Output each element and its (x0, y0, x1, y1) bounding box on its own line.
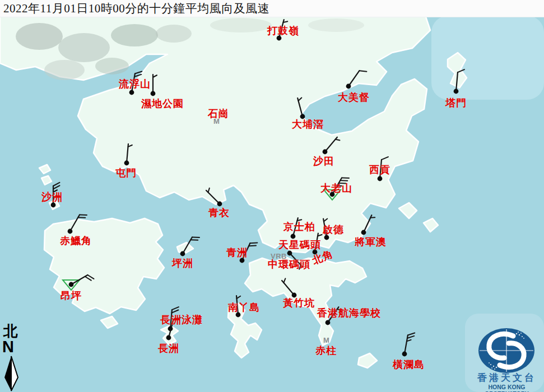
station-north-point (313, 234, 322, 255)
station-chek-lap-kok (68, 215, 87, 234)
station-waglan-island (402, 333, 415, 356)
station-ngong-ping (63, 275, 94, 290)
station-dot (217, 202, 222, 207)
station-dot (291, 234, 296, 239)
station-dot (51, 203, 56, 208)
station-dot (287, 251, 292, 256)
station-dot (69, 282, 74, 287)
station-dot (330, 192, 335, 197)
titlebar: 2022年11月01日10時00分的十分鐘平均風向及風速 (0, 0, 544, 17)
north-compass: 北 N (1, 324, 24, 392)
station-sai-kung (378, 157, 388, 181)
station-sha-tin (323, 137, 340, 154)
wind-map-app: 打鼓嶺流浮山濕地公園石崗M大埔滘沙田大美督塔門屯門沙洲西貢大老山青衣赤鱲角坪洲青… (0, 0, 544, 392)
station-wong-chuk-hang (282, 278, 296, 297)
station-dot (323, 150, 328, 155)
station-dot (292, 293, 297, 298)
station-dot (124, 161, 129, 166)
station-sha-chau (51, 183, 60, 208)
station-dot (68, 229, 73, 234)
station-wetland-park (151, 74, 157, 96)
station-ta-kwu-ling (277, 20, 288, 40)
station-kings-park (291, 218, 302, 239)
station-dot (313, 250, 318, 255)
hko-logo-text-zh: 香港天文台 (469, 373, 544, 383)
station-dot (300, 114, 305, 119)
north-label-zh: 北 (3, 324, 18, 339)
station-dot (361, 230, 366, 235)
station-dot (236, 312, 241, 318)
station-dot (346, 84, 351, 89)
station-lamma-island (236, 296, 241, 317)
station-tates-cairn (324, 178, 349, 200)
station-dot (378, 176, 383, 181)
station-dot (454, 89, 459, 94)
stations-layer (0, 0, 544, 392)
station-peng-chau (180, 237, 199, 256)
station-dot (129, 90, 134, 95)
station-dot (324, 235, 329, 240)
station-kai-tak (323, 219, 329, 240)
map-title: 2022年11月01日10時00分的十分鐘平均風向及風速 (3, 1, 269, 16)
station-dot (326, 320, 331, 325)
hko-logo: 香港天文台 HONG KONG OBSERVATORY (469, 326, 544, 392)
north-label-en: N (2, 338, 14, 355)
north-arrow-icon (1, 355, 24, 392)
station-dot (166, 335, 171, 340)
station-green-island (240, 243, 258, 263)
hko-logo-text-en: HONG KONG OBSERVATORY (468, 384, 544, 392)
station-tuen-mun (124, 144, 132, 165)
station-dot (277, 36, 282, 41)
station-tap-mun (454, 69, 464, 94)
station-lau-fau-shan (129, 71, 142, 95)
station-tai-po-kau (297, 98, 305, 119)
station-tseung-kwan-o (361, 215, 375, 235)
station-tai-mei-tuk (346, 71, 367, 88)
station-dot (151, 91, 156, 96)
station-dot (240, 258, 245, 263)
station-tsing-yi (206, 188, 222, 207)
station-star-ferry-pier (287, 251, 303, 269)
station-dot (402, 352, 407, 357)
station-dot (180, 251, 185, 256)
hko-logo-icon (469, 326, 544, 373)
station-hk-sea-school (326, 307, 342, 325)
